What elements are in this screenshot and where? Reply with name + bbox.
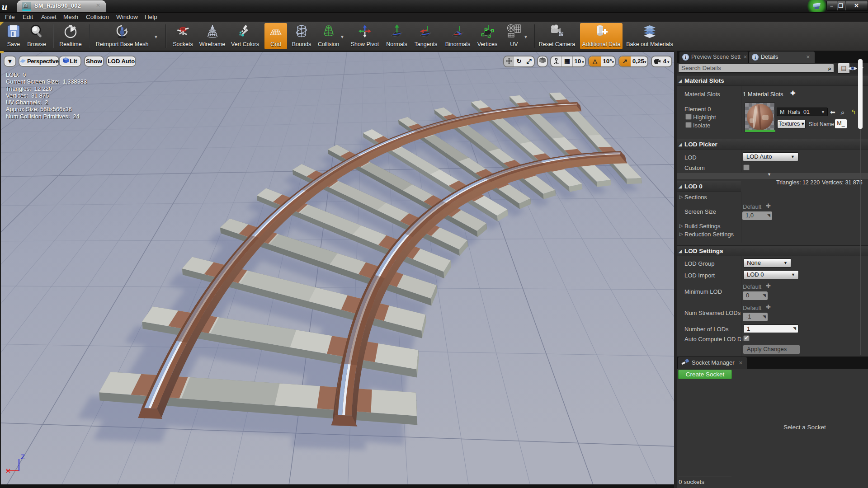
svg-text:Z: Z — [21, 453, 25, 460]
